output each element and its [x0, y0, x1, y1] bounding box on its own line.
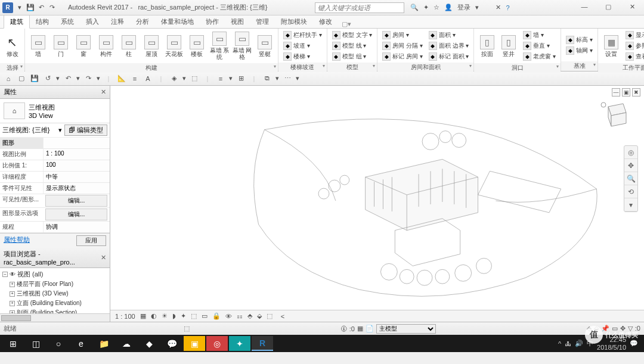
- room-btn-r-0[interactable]: ◆面积 ▾: [426, 30, 472, 40]
- more-icon[interactable]: ⋯: [283, 74, 292, 83]
- help-icon[interactable]: ?: [506, 4, 509, 11]
- build-btn-7[interactable]: ▭楼板: [186, 30, 208, 62]
- status-n0-icon[interactable]: 🛈: [340, 325, 347, 332]
- app2-icon[interactable]: ▣: [184, 336, 205, 351]
- close-views-icon[interactable]: ⊞: [236, 74, 246, 83]
- viewport-3d[interactable]: ◎ ✥ 🔍 ⟲ ▾: [110, 86, 644, 310]
- steering-wheel-icon[interactable]: ◎: [624, 146, 637, 159]
- measure-icon[interactable]: 📐: [117, 74, 126, 83]
- scale-display[interactable]: 1 : 100: [114, 313, 137, 320]
- panel-workplane-label[interactable]: 工作平面: [598, 63, 644, 73]
- build-btn-8[interactable]: ▭幕墙 系统: [209, 30, 230, 62]
- ramp-btn-2[interactable]: ◆楼梯 ▾: [281, 51, 324, 61]
- datum-btn-0[interactable]: ◆标高 ▾: [564, 35, 595, 45]
- datum-btn-1[interactable]: ◆轴网 ▾: [564, 45, 595, 55]
- analytical-icon[interactable]: ⬙: [256, 312, 263, 320]
- build-btn-10[interactable]: ▭竖梃: [254, 30, 275, 62]
- props-section-graphics[interactable]: 图形: [0, 138, 43, 148]
- properties-help-link[interactable]: 属性帮助: [4, 235, 30, 246]
- browser-scroll-h[interactable]: [0, 313, 110, 322]
- tab-insert[interactable]: 插入: [80, 15, 105, 28]
- maximize-button[interactable]: ▢: [596, 0, 620, 13]
- tab-analyze[interactable]: 分析: [130, 15, 155, 28]
- opening-big-1[interactable]: ▯竖井: [498, 30, 519, 62]
- save-icon[interactable]: 💾: [30, 74, 39, 83]
- build-btn-2[interactable]: ▭窗: [73, 30, 94, 62]
- type-selector[interactable]: ⌂ 三维视图 3D View: [0, 99, 110, 123]
- tab-systems[interactable]: 系统: [55, 15, 80, 28]
- qat-undo-icon[interactable]: ↶: [37, 4, 45, 12]
- expand-icon[interactable]: +: [10, 301, 15, 306]
- revit-task-icon[interactable]: R: [252, 336, 273, 351]
- status-grid-icon[interactable]: ▦: [357, 325, 363, 332]
- tray-net-icon[interactable]: 🖧: [565, 340, 571, 347]
- tray-up-icon[interactable]: ^: [558, 340, 561, 347]
- section-icon[interactable]: ⬚: [190, 74, 199, 83]
- tab-annotate[interactable]: 注释: [105, 15, 130, 28]
- panel-room-label[interactable]: 房间和面积: [377, 63, 473, 72]
- build-btn-9[interactable]: ▭幕墙 网格: [231, 30, 253, 62]
- room-btn-l-0[interactable]: ◆房间 ▾: [380, 30, 425, 40]
- nav-more-icon[interactable]: ▾: [624, 198, 637, 211]
- prop-row-0[interactable]: 视图比例1 : 100: [0, 149, 110, 160]
- reveal-icon[interactable]: ⚏: [236, 312, 244, 320]
- model-btn-0[interactable]: ◆模型 文字 ▾: [330, 30, 375, 40]
- panel-opening-label[interactable]: 洞口: [474, 63, 561, 73]
- edge-icon[interactable]: e: [70, 336, 92, 351]
- lock3d-icon[interactable]: 🔒: [211, 312, 222, 320]
- tree-item-0[interactable]: +楼层平面 (Floor Plan): [1, 279, 109, 289]
- keys-icon[interactable]: ✦: [423, 4, 429, 11]
- tab-manage[interactable]: 管理: [250, 15, 275, 28]
- model-btn-1[interactable]: ◆模型 线 ▾: [330, 41, 375, 51]
- navigation-bar[interactable]: ◎ ✥ 🔍 ⟲ ▾: [624, 145, 638, 212]
- tree-item-2[interactable]: +立面 (Building Elevation): [1, 298, 109, 308]
- build-btn-0[interactable]: ▭墙: [27, 30, 49, 62]
- signin-label[interactable]: 登录: [457, 3, 470, 12]
- room-btn-r-2[interactable]: ◆标记 面积 ▾: [426, 51, 472, 61]
- properties-close-icon[interactable]: ✕: [101, 88, 106, 96]
- panel-build-label[interactable]: 构建: [25, 63, 278, 73]
- tray-vol-icon[interactable]: 🔊: [575, 340, 583, 347]
- qat-redo-icon[interactable]: ↷: [48, 4, 56, 12]
- worksets-icon[interactable]: ⬘: [246, 312, 253, 320]
- ramp-btn-1[interactable]: ◆坡道 ▾: [281, 41, 324, 51]
- ramp-btn-0[interactable]: ◆栏杆扶手 ▾: [281, 30, 324, 40]
- temp-hide-icon[interactable]: 👁: [224, 313, 233, 320]
- thin-lines-icon[interactable]: ≡: [216, 74, 225, 83]
- search-icon[interactable]: 🔍: [410, 4, 419, 11]
- opening-small-2[interactable]: ◆老虎窗 ▾: [521, 52, 558, 62]
- tab-collaborate[interactable]: 协作: [200, 15, 225, 28]
- opening-small-0[interactable]: ◆墙 ▾: [521, 30, 558, 41]
- build-btn-4[interactable]: ▭柱: [118, 30, 140, 62]
- exchange-icon[interactable]: ✕: [496, 4, 501, 11]
- edit-type-button[interactable]: 🗐 编辑类型: [64, 125, 107, 136]
- revit-app-icon[interactable]: R: [2, 2, 13, 13]
- viewcube[interactable]: [596, 98, 632, 133]
- tree-item-1[interactable]: +三维视图 (3D View): [1, 289, 109, 298]
- workplane-set-button[interactable]: ▦ 设置: [600, 30, 622, 62]
- tab-options-icon[interactable]: ▢▾: [342, 20, 351, 28]
- room-btn-r-1[interactable]: ◆面积 边界 ▾: [426, 41, 472, 51]
- work-btn-2[interactable]: ◆查看器 ▾: [623, 52, 644, 62]
- tab-modify[interactable]: 修改: [313, 15, 338, 28]
- properties-apply-button[interactable]: 应用: [76, 235, 106, 246]
- panel-ramp-label[interactable]: 楼梯坡道: [278, 63, 327, 72]
- crop-icon[interactable]: ⬚: [190, 312, 198, 320]
- build-btn-3[interactable]: ▭构件: [95, 30, 117, 62]
- status-model-icon[interactable]: 📄: [366, 325, 374, 332]
- tab-structure[interactable]: 结构: [30, 15, 55, 28]
- switch-icon[interactable]: ⧉: [262, 74, 272, 83]
- zoom-icon[interactable]: 🔍: [624, 172, 637, 185]
- collapse-icon[interactable]: −: [2, 272, 8, 277]
- prop-row-1[interactable]: 比例值 1:100: [0, 160, 110, 172]
- prop-row-3[interactable]: 零件可见性显示原状态: [0, 183, 110, 194]
- qat-save-icon[interactable]: 💾: [26, 4, 35, 12]
- model-group-combo[interactable]: 主模型: [376, 324, 436, 334]
- room-btn-l-1[interactable]: ◆房间 分隔 ▾: [380, 41, 425, 51]
- panel-select-label[interactable]: 选择: [0, 63, 24, 73]
- prop-row-4[interactable]: 可见性/图形...编辑...: [0, 194, 110, 208]
- 3d-icon[interactable]: ◈: [169, 74, 179, 83]
- visual-style-icon[interactable]: ◐: [150, 312, 158, 320]
- properties-header[interactable]: 属性 ✕: [0, 86, 110, 99]
- crop-region-icon[interactable]: ▭: [200, 312, 209, 320]
